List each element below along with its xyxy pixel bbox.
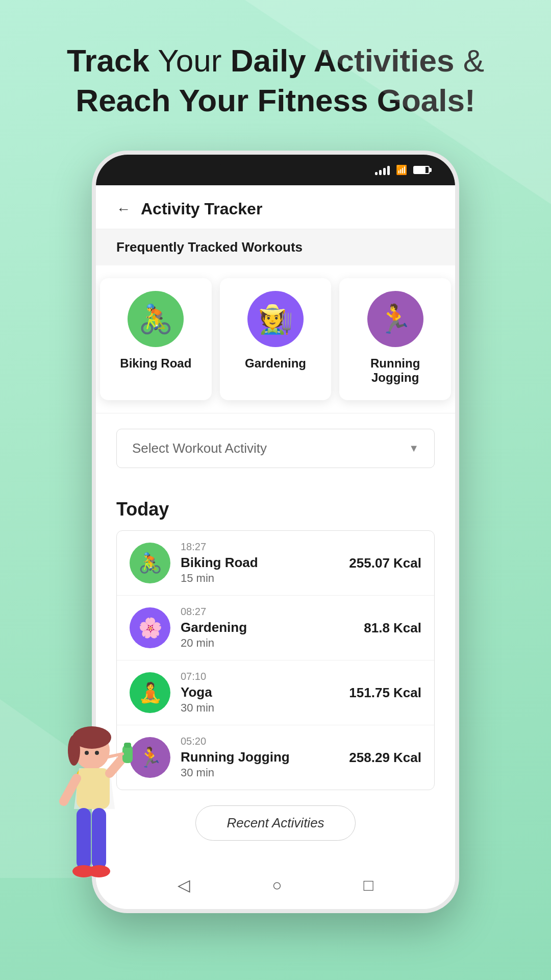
biking-duration: 15 min — [181, 572, 339, 585]
phone-inner: 📶 ← Activity Tracker Frequently Tracked … — [96, 155, 455, 909]
running-name: Running Jogging — [349, 356, 441, 385]
notch — [219, 155, 332, 173]
status-icons: 📶 — [375, 164, 430, 176]
app-header: ← Activity Tracker — [96, 185, 455, 229]
gardening-calories: 81.8 Kcal — [364, 620, 421, 636]
yoga-activity-name: Yoga — [181, 684, 339, 700]
activity-yoga-info: 07:10 Yoga 30 min — [181, 671, 339, 715]
phone-frame: 📶 ← Activity Tracker Frequently Tracked … — [92, 151, 459, 913]
workouts-strip: 🚴 Biking Road 🧑‍🌾 Gardening 🏃 Running Jo… — [96, 265, 455, 413]
nav-square-button[interactable]: □ — [354, 872, 384, 899]
frequently-tracked-label: Frequently Tracked Workouts — [96, 229, 455, 265]
dropdown-arrow-icon: ▼ — [409, 443, 419, 454]
running-duration: 30 min — [181, 766, 339, 779]
bottom-section: Recent Activities — [96, 790, 455, 861]
phone-mockup: 📶 ← Activity Tracker Frequently Tracked … — [92, 151, 459, 913]
biking-calories: 255.07 Kcal — [349, 555, 421, 571]
wifi-icon: 📶 — [396, 164, 407, 176]
running-icon: 🏃 — [378, 303, 413, 336]
svg-rect-9 — [92, 808, 106, 869]
running-icon-circle: 🏃 — [367, 291, 423, 347]
yoga-duration: 30 min — [181, 701, 339, 715]
activity-item-gardening[interactable]: 🌸 08:27 Gardening 20 min 81.8 Kcal — [117, 596, 434, 660]
activity-item-running[interactable]: 🏃 05:20 Running Jogging 30 min 258.29 Kc… — [117, 725, 434, 790]
activity-biking-info: 18:27 Biking Road 15 min — [181, 541, 339, 585]
svg-rect-12 — [122, 745, 133, 763]
activity-gardening-icon: 🌸 — [130, 607, 170, 648]
svg-point-11 — [88, 865, 110, 877]
navigation-bar: ◁ ○ □ — [96, 861, 455, 909]
running-activity-name: Running Jogging — [181, 749, 339, 765]
svg-line-7 — [64, 778, 77, 801]
activity-gardening-info: 08:27 Gardening 20 min — [181, 606, 354, 650]
gardening-time: 08:27 — [181, 606, 354, 618]
biking-activity-name: Biking Road — [181, 555, 339, 571]
activity-yoga-icon: 🧘 — [130, 672, 170, 713]
battery-icon — [413, 166, 430, 174]
svg-rect-13 — [124, 743, 131, 748]
yoga-time: 07:10 — [181, 671, 339, 682]
nav-back-button[interactable]: ◁ — [167, 871, 201, 899]
dropdown-section: Select Workout Activity ▼ — [96, 413, 455, 483]
back-button[interactable]: ← — [116, 201, 131, 217]
hero-line1-track: Track — [67, 43, 149, 78]
biking-icon-circle: 🚴 — [128, 291, 184, 347]
gardening-icon-circle: 🧑‍🌾 — [247, 291, 304, 347]
status-bar: 📶 — [96, 155, 455, 185]
hero-line1-your: Your — [158, 43, 231, 78]
activity-list: 🚴 18:27 Biking Road 15 min 255.07 Kcal 🌸… — [116, 530, 435, 790]
biking-name: Biking Road — [120, 356, 191, 371]
today-section: Today 🚴 18:27 Biking Road 15 min 255.07 … — [96, 483, 455, 790]
biking-icon: 🚴 — [138, 303, 173, 336]
gardening-name: Gardening — [245, 356, 306, 371]
signal-icon — [375, 165, 390, 175]
gardening-duration: 20 min — [181, 636, 354, 650]
biking-time: 18:27 — [181, 541, 339, 553]
svg-rect-8 — [77, 808, 91, 869]
activity-item-yoga[interactable]: 🧘 07:10 Yoga 30 min 151.75 Kcal — [117, 660, 434, 725]
svg-point-15 — [95, 751, 99, 755]
app-title: Activity Tracker — [141, 200, 262, 218]
gardening-activity-name: Gardening — [181, 620, 354, 635]
running-time: 05:20 — [181, 736, 339, 747]
gardening-icon: 🧑‍🌾 — [258, 303, 293, 336]
workout-card-running[interactable]: 🏃 Running Jogging — [339, 278, 451, 400]
dropdown-placeholder: Select Workout Activity — [132, 440, 267, 456]
activity-item-biking[interactable]: 🚴 18:27 Biking Road 15 min 255.07 Kcal — [117, 531, 434, 596]
workout-card-biking[interactable]: 🚴 Biking Road — [100, 278, 212, 400]
activity-biking-icon: 🚴 — [130, 543, 170, 583]
character-illustration — [31, 722, 143, 928]
running-calories: 258.29 Kcal — [349, 750, 421, 766]
recent-activities-button[interactable]: Recent Activities — [195, 805, 355, 841]
activity-running-info: 05:20 Running Jogging 30 min — [181, 736, 339, 779]
workout-card-gardening[interactable]: 🧑‍🌾 Gardening — [220, 278, 332, 400]
today-title: Today — [116, 499, 435, 520]
nav-home-button[interactable]: ○ — [262, 872, 292, 899]
yoga-calories: 151.75 Kcal — [349, 685, 421, 701]
workout-activity-dropdown[interactable]: Select Workout Activity ▼ — [116, 429, 435, 468]
svg-point-14 — [85, 751, 89, 755]
